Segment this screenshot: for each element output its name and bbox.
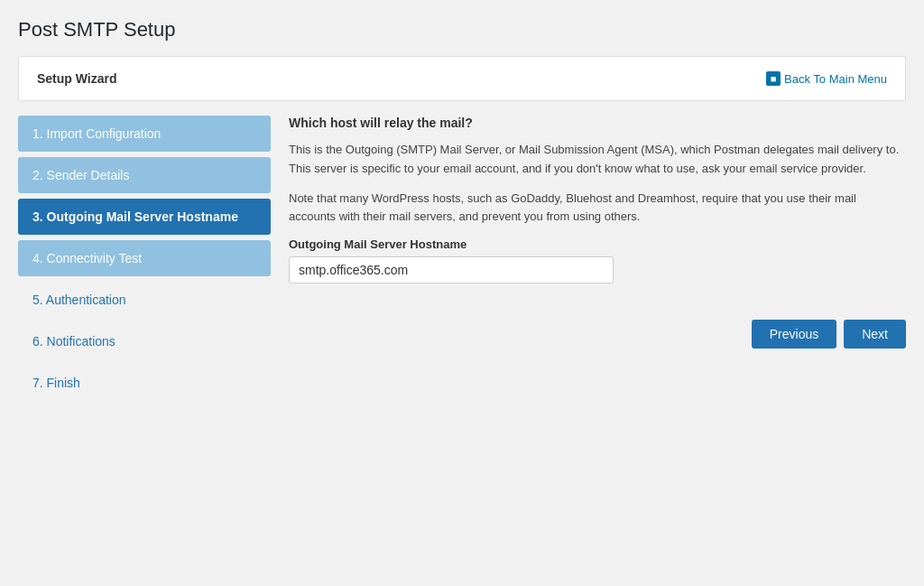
page-title: Post SMTP Setup <box>18 18 906 42</box>
main-layout: 1. Import Configuration2. Sender Details… <box>18 116 906 401</box>
content-body: This is the Outgoing (SMTP) Mail Server,… <box>289 141 906 227</box>
sidebar-item-step6[interactable]: 6. Notifications <box>18 323 271 359</box>
sidebar-item-step1[interactable]: 1. Import Configuration <box>18 116 271 152</box>
footer-buttons: Previous Next <box>289 320 906 358</box>
paragraph-2: Note that many WordPress hosts, such as … <box>289 190 906 228</box>
next-button[interactable]: Next <box>844 320 906 349</box>
previous-button[interactable]: Previous <box>752 320 836 349</box>
sidebar-item-step4[interactable]: 4. Connectivity Test <box>18 240 271 276</box>
back-arrow-icon: ■ <box>766 71 781 86</box>
field-label: Outgoing Mail Server Hostname <box>289 237 906 251</box>
back-to-main-menu-link[interactable]: ■ Back To Main Menu <box>766 71 887 86</box>
sidebar-item-step3[interactable]: 3. Outgoing Mail Server Hostname <box>18 199 271 235</box>
sidebar: 1. Import Configuration2. Sender Details… <box>18 116 271 401</box>
sidebar-item-step7[interactable]: 7. Finish <box>18 365 271 401</box>
sidebar-item-step2[interactable]: 2. Sender Details <box>18 157 271 193</box>
wizard-label: Setup Wizard <box>37 71 117 86</box>
sidebar-item-step5[interactable]: 5. Authentication <box>18 282 271 318</box>
content-area: Which host will relay the mail? This is … <box>289 116 906 358</box>
content-question: Which host will relay the mail? <box>289 116 906 130</box>
setup-wizard-card: Setup Wizard ■ Back To Main Menu <box>18 56 906 101</box>
paragraph-1: This is the Outgoing (SMTP) Mail Server,… <box>289 141 906 179</box>
hostname-input[interactable] <box>289 256 614 284</box>
